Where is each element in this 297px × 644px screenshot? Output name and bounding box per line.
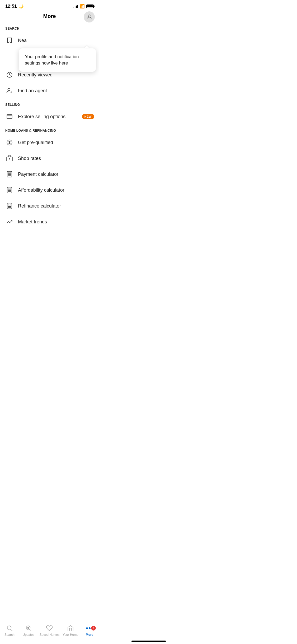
dollar-circle-icon — [5, 138, 14, 147]
avatar-button[interactable] — [84, 11, 95, 22]
shop-rates-label: Shop rates — [18, 156, 94, 161]
payment-calc-label: Payment calculator — [18, 172, 94, 177]
svg-rect-14 — [9, 175, 10, 176]
svg-rect-25 — [8, 204, 11, 205]
new-badge: NEW — [82, 114, 94, 119]
svg-point-2 — [8, 88, 10, 91]
svg-rect-22 — [9, 191, 10, 192]
refinance-calc-menu-item[interactable]: Refinance calculator — [0, 198, 99, 214]
clock-icon — [5, 71, 14, 79]
svg-rect-21 — [8, 191, 9, 192]
payment-calc-menu-item[interactable]: Payment calculator — [0, 166, 99, 182]
svg-rect-30 — [9, 207, 10, 208]
sell-icon — [5, 112, 14, 121]
svg-rect-29 — [8, 207, 9, 208]
svg-rect-26 — [8, 206, 9, 206]
status-bar: 12:51 🌙 📶 — [0, 0, 99, 11]
refinance-calc-icon — [5, 202, 14, 210]
trends-icon — [5, 218, 14, 226]
svg-rect-9 — [8, 172, 11, 173]
wifi-icon: 📶 — [80, 4, 85, 9]
affordability-calc-menu-item[interactable]: Affordability calculator — [0, 182, 99, 198]
svg-rect-17 — [8, 188, 11, 189]
affordability-calc-label: Affordability calculator — [18, 187, 94, 193]
signal-icon — [73, 4, 78, 8]
svg-rect-23 — [10, 191, 11, 192]
selling-section-header: SELLING — [0, 99, 99, 109]
refinance-calc-label: Refinance calculator — [18, 203, 94, 209]
shop-rates-icon — [5, 154, 14, 163]
agent-icon — [5, 86, 14, 95]
search-section: SEARCH Nea Your profile and notification… — [0, 22, 99, 99]
svg-rect-28 — [10, 206, 11, 206]
find-agent-menu-item[interactable]: Find an agent — [0, 83, 99, 99]
bookmark-icon — [5, 36, 14, 45]
market-trends-label: Market trends — [18, 219, 94, 225]
status-icons: 📶 — [73, 4, 94, 9]
svg-point-0 — [88, 15, 90, 17]
moon-icon: 🌙 — [19, 4, 23, 8]
svg-rect-12 — [10, 174, 11, 175]
recently-viewed-label: Recently viewed — [18, 72, 94, 78]
home-loans-section: HOME LOANS & REFINANCING Get pre-qualifi… — [0, 125, 99, 230]
svg-rect-13 — [8, 175, 9, 176]
svg-rect-11 — [9, 174, 10, 175]
payment-calc-icon — [5, 170, 14, 178]
svg-rect-3 — [7, 114, 12, 118]
pre-qualified-menu-item[interactable]: Get pre-qualified — [0, 135, 99, 150]
market-trends-menu-item[interactable]: Market trends — [0, 214, 99, 230]
svg-rect-18 — [8, 190, 9, 191]
tooltip-arrow — [84, 46, 89, 48]
pre-qualified-label: Get pre-qualified — [18, 140, 94, 145]
home-loans-section-header: HOME LOANS & REFINANCING — [0, 125, 99, 135]
nearby-label: Nea — [18, 38, 94, 43]
page-title: More — [43, 13, 56, 19]
affordability-calc-icon — [5, 186, 14, 194]
selling-section: SELLING Explore selling options NEW — [0, 99, 99, 125]
tooltip-box: Your profile and notification settings n… — [19, 48, 96, 72]
main-content: SEARCH Nea Your profile and notification… — [0, 22, 99, 256]
battery-icon — [86, 4, 94, 8]
search-section-header: SEARCH — [0, 22, 99, 33]
explore-selling-menu-item[interactable]: Explore selling options NEW — [0, 109, 99, 125]
svg-rect-27 — [9, 206, 10, 206]
explore-selling-label: Explore selling options — [18, 114, 80, 119]
tooltip-text: Your profile and notification settings n… — [25, 54, 79, 66]
svg-rect-19 — [9, 190, 10, 191]
svg-rect-20 — [10, 190, 11, 191]
shop-rates-menu-item[interactable]: Shop rates — [0, 150, 99, 166]
svg-rect-31 — [10, 207, 11, 208]
person-icon — [86, 14, 92, 20]
svg-rect-10 — [8, 174, 9, 175]
status-time: 12:51 🌙 — [5, 4, 23, 9]
header: More — [0, 11, 99, 22]
svg-rect-15 — [10, 175, 11, 176]
find-agent-label: Find an agent — [18, 88, 94, 94]
